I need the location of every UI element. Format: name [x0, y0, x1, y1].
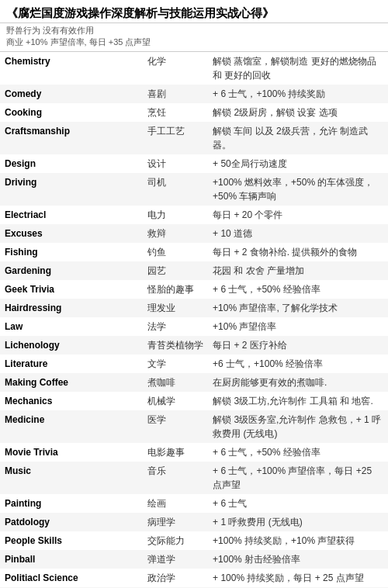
table-row: Law法学+10% 声望倍率	[0, 317, 388, 336]
table-row: Painting绘画+ 6 士气	[0, 494, 388, 513]
skill-name: Patdology	[0, 513, 143, 531]
table-row: Electriacl电力每日 + 20 个零件	[0, 206, 388, 224]
skill-description: 每日 + 2 食物补给. 提供额外的食物	[208, 243, 388, 261]
skill-description: 解锁 3级工坊,允许制作 工具箱 和 地窖.	[208, 392, 388, 410]
table-row: Hairdressing理发业+10% 声望倍率, 了解化学技术	[0, 299, 388, 317]
table-row: Literature文学+6 士气，+100% 经验倍率	[0, 355, 388, 373]
table-row: Gardening园艺花园 和 农舍 产量增加	[0, 261, 388, 280]
skill-name: Electriacl	[0, 206, 143, 224]
skill-description: +10% 声望倍率, 了解化学技术	[208, 299, 388, 317]
table-row: Patdology病理学+ 1 呼救费用 (无线电)	[0, 513, 388, 531]
skill-name: Pinball	[0, 550, 143, 569]
table-row: Pinball弹道学+100% 射击经验倍率	[0, 550, 388, 569]
skill-description: + 6 士气，+50% 经验倍率	[208, 280, 388, 299]
skill-chinese: 司机	[143, 173, 208, 206]
skill-name: Hairdressing	[0, 299, 143, 317]
skill-description: + 6 士气	[208, 494, 388, 513]
skill-description: 解锁 2级厨房，解锁 设宴 选项	[208, 103, 388, 122]
skill-chinese: 政治学	[143, 569, 208, 587]
table-row: Medicine医学解锁 3级医务室,允许制作 急救包，+ 1 呼救费用 (无线…	[0, 410, 388, 443]
skill-description: +100% 燃料效率，+50% 的车体强度，+50% 车辆声响	[208, 173, 388, 206]
skill-chinese: 弹道学	[143, 550, 208, 569]
skill-name: Excuses	[0, 224, 143, 243]
skill-chinese: 交际能力	[143, 531, 208, 550]
skill-description: 解锁 车间 以及 2级兵营，允许 制造武器。	[208, 122, 388, 154]
skill-description: +100% 射击经验倍率	[208, 550, 388, 569]
skill-description: +100% 持续奖励，+10% 声望获得	[208, 531, 388, 550]
table-row: Politiacl Science政治学+ 100% 持续奖励，每日 + 25 …	[0, 569, 388, 587]
table-row: Cooking烹饪解锁 2级厨房，解锁 设宴 选项	[0, 103, 388, 122]
skill-chinese: 理发业	[143, 299, 208, 317]
skill-name: Lichenology	[0, 336, 143, 355]
table-row: Excuses救辩+ 10 道德	[0, 224, 388, 243]
table-row: Music音乐+ 6 士气，+100% 声望倍率，每日 +25 点声望	[0, 462, 388, 494]
skill-name: People Skills	[0, 531, 143, 550]
table-row: Making Coffee煮咖啡在厨房能够更有效的煮咖啡.	[0, 373, 388, 392]
skill-description: 花园 和 农舍 产量增加	[208, 261, 388, 280]
skill-name: Comedy	[0, 85, 143, 103]
skills-table: Chemistry化学解锁 蒸馏室，解锁制造 更好的燃烧物品 和 更好的回收Co…	[0, 52, 388, 588]
skill-name: Medicine	[0, 410, 143, 443]
skill-description: + 6 士气，+100% 声望倍率，每日 +25 点声望	[208, 462, 388, 494]
skill-description: + 6 士气，+100% 持续奖励	[208, 85, 388, 103]
skill-chinese: 绘画	[143, 494, 208, 513]
skill-name: Mechanics	[0, 392, 143, 410]
skill-description: + 50全局行动速度	[208, 154, 388, 173]
skill-name: Design	[0, 154, 143, 173]
skill-name: Music	[0, 462, 143, 494]
skill-chinese: 青苔类植物学	[143, 336, 208, 355]
skill-name: Making Coffee	[0, 373, 143, 392]
skill-description: +10% 声望倍率	[208, 317, 388, 336]
skill-chinese: 病理学	[143, 513, 208, 531]
skill-description: 每日 + 20 个零件	[208, 206, 388, 224]
skill-chinese: 怪胎的趣事	[143, 280, 208, 299]
skill-name: Fishing	[0, 243, 143, 261]
skill-name: Painting	[0, 494, 143, 513]
skill-description: + 100% 持续奖励，每日 + 25 点声望	[208, 569, 388, 587]
skill-chinese: 医学	[143, 410, 208, 443]
table-row: Craftsmanship手工工艺解锁 车间 以及 2级兵营，允许 制造武器。	[0, 122, 388, 154]
skill-description: + 10 道德	[208, 224, 388, 243]
subtitle2-text: 商业 +10% 声望倍率, 每日 +35 点声望	[6, 37, 151, 47]
skill-chinese: 法学	[143, 317, 208, 336]
skill-chinese: 喜剧	[143, 85, 208, 103]
table-row: Geek Trivia怪胎的趣事+ 6 士气，+50% 经验倍率	[0, 280, 388, 299]
skill-description: 在厨房能够更有效的煮咖啡.	[208, 373, 388, 392]
skill-chinese: 煮咖啡	[143, 373, 208, 392]
skill-name: Politiacl Science	[0, 569, 143, 587]
skill-description: + 6 士气，+50% 经验倍率	[208, 443, 388, 462]
skill-name: Driving	[0, 173, 143, 206]
skill-chinese: 手工工艺	[143, 122, 208, 154]
skill-chinese: 文学	[143, 355, 208, 373]
subtitle-text: 野兽行为 没有有效作用	[6, 26, 94, 35]
skill-description: +6 士气，+100% 经验倍率	[208, 355, 388, 373]
skill-name: Movie Trivia	[0, 443, 143, 462]
table-row: Chemistry化学解锁 蒸馏室，解锁制造 更好的燃烧物品 和 更好的回收	[0, 52, 388, 85]
skill-chinese: 电力	[143, 206, 208, 224]
skill-chinese: 电影趣事	[143, 443, 208, 462]
skill-description: + 1 呼救费用 (无线电)	[208, 513, 388, 531]
skill-chinese: 烹饪	[143, 103, 208, 122]
skill-name: Craftsmanship	[0, 122, 143, 154]
skill-chinese: 设计	[143, 154, 208, 173]
table-row: Driving司机+100% 燃料效率，+50% 的车体强度，+50% 车辆声响	[0, 173, 388, 206]
skill-chinese: 化学	[143, 52, 208, 85]
subtitle: 野兽行为 没有有效作用 商业 +10% 声望倍率, 每日 +35 点声望	[0, 23, 388, 52]
skill-description: 解锁 蒸馏室，解锁制造 更好的燃烧物品 和 更好的回收	[208, 52, 388, 85]
skill-name: Law	[0, 317, 143, 336]
skill-description: 解锁 3级医务室,允许制作 急救包，+ 1 呼救费用 (无线电)	[208, 410, 388, 443]
table-row: Movie Trivia电影趣事+ 6 士气，+50% 经验倍率	[0, 443, 388, 462]
table-row: People Skills交际能力+100% 持续奖励，+10% 声望获得	[0, 531, 388, 550]
skill-name: Chemistry	[0, 52, 143, 85]
table-row: Mechanics机械学解锁 3级工坊,允许制作 工具箱 和 地窖.	[0, 392, 388, 410]
table-row: Fishing钓鱼每日 + 2 食物补给. 提供额外的食物	[0, 243, 388, 261]
skill-name: Literature	[0, 355, 143, 373]
table-row: Comedy喜剧+ 6 士气，+100% 持续奖励	[0, 85, 388, 103]
skill-chinese: 园艺	[143, 261, 208, 280]
skill-name: Cooking	[0, 103, 143, 122]
skill-chinese: 钓鱼	[143, 243, 208, 261]
skill-name: Gardening	[0, 261, 143, 280]
skill-chinese: 音乐	[143, 462, 208, 494]
skill-chinese: 救辩	[143, 224, 208, 243]
skill-description: 每日 + 2 医疗补给	[208, 336, 388, 355]
